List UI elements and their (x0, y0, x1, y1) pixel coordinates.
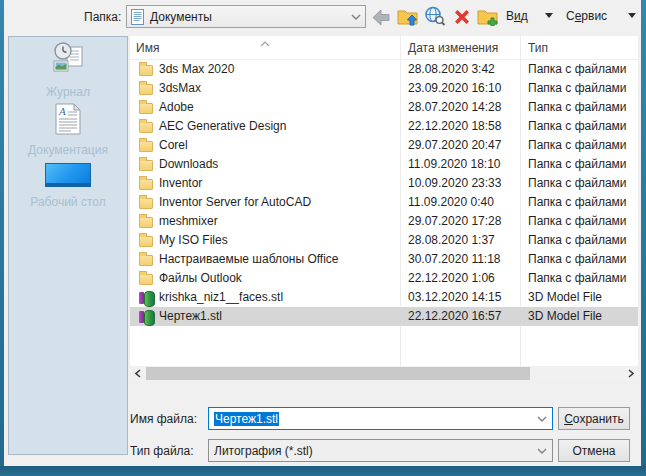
file-type: Папка с файлами (520, 250, 638, 269)
file-type: Папка с файлами (520, 79, 638, 98)
file-name: Настраиваемые шаблоны Office (159, 250, 339, 269)
desktop-icon (45, 163, 91, 187)
sidebar-item-history[interactable] (9, 41, 127, 75)
file-type: Папка с файлами (520, 212, 638, 231)
file-row[interactable]: AEC Generative Design 22.12.2020 18:58 П… (130, 117, 638, 136)
file-date: 30.07.2020 11:18 (400, 250, 520, 269)
column-header-name[interactable]: Имя (136, 41, 159, 55)
file-list: Имя Дата изменения Тип 3ds Max 2020 28.0… (130, 36, 638, 366)
file-name: meshmixer (159, 212, 218, 231)
cancel-button[interactable]: Отмена (558, 439, 630, 462)
sidebar-item-desktop-label[interactable]: Рабочий стол (9, 195, 127, 209)
file-type: Папка с файлами (520, 117, 638, 136)
view-menu-chevron-icon[interactable] (545, 13, 553, 18)
file-rows: 3ds Max 2020 28.08.2020 3:42 Папка с фай… (130, 60, 638, 326)
scroll-right-arrow[interactable] (623, 366, 638, 381)
file-list-header: Имя Дата изменения Тип (130, 36, 638, 60)
file-row[interactable]: Adobe 28.07.2020 14:28 Папка с файлами (130, 98, 638, 117)
file-row[interactable]: My ISO Files 28.08.2020 1:37 Папка с фай… (130, 231, 638, 250)
sidebar-item-history-label[interactable]: Журнал (9, 85, 127, 99)
file-name: 3ds Max 2020 (159, 60, 234, 79)
file-date: 23.09.2020 16:10 (400, 79, 520, 98)
file-name: Файлы Outlook (159, 269, 242, 288)
file-date: 22.12.2020 16:57 (400, 307, 520, 326)
file-row[interactable]: Настраиваемые шаблоны Office 30.07.2020 … (130, 250, 638, 269)
file-date: 11.09.2020 0:40 (400, 193, 520, 212)
folder-icon (139, 198, 153, 209)
column-header-date[interactable]: Дата изменения (408, 41, 498, 55)
file-name: Чертеж1.stl (159, 307, 222, 326)
delete-icon (453, 9, 471, 26)
file-date: 28.08.2020 1:37 (400, 231, 520, 250)
scroll-left-arrow[interactable] (130, 366, 145, 381)
search-web-button[interactable] (423, 5, 447, 27)
file-row[interactable]: 3dsMax 23.09.2020 16:10 Папка с файлами (130, 79, 638, 98)
folder-icon (139, 179, 153, 190)
folder-icon (139, 255, 153, 266)
file-row[interactable]: Inventor 10.09.2020 23:33 Папка с файлам… (130, 174, 638, 193)
file-type: Папка с файлами (520, 155, 638, 174)
up-folder-icon (397, 6, 419, 26)
horizontal-scrollbar[interactable] (130, 366, 638, 381)
save-button-label: охранить (573, 412, 624, 426)
file-date: 28.07.2020 14:28 (400, 98, 520, 117)
folder-icon (139, 236, 153, 247)
window-border-left (0, 0, 4, 476)
chevron-down-icon[interactable] (537, 448, 547, 454)
column-header-type[interactable]: Тип (528, 41, 548, 55)
file-date: 22.12.2020 1:06 (400, 269, 520, 288)
folder-icon (139, 122, 153, 133)
sidebar-item-documentation[interactable]: A (9, 103, 127, 135)
file-date: 22.12.2020 18:58 (400, 117, 520, 136)
file-type: Папка с файлами (520, 174, 638, 193)
tools-menu-button[interactable]: Сервис (566, 9, 607, 23)
sidebar-item-desktop[interactable] (9, 163, 127, 187)
cancel-button-label: Отмена (572, 444, 615, 458)
tools-menu-label: С (566, 9, 575, 23)
places-sidebar: Журнал A Документация Рабочий стол (8, 36, 128, 455)
filename-label: Имя файла: (130, 412, 197, 426)
documentation-icon: A (55, 103, 81, 135)
folder-icon (139, 217, 153, 228)
file-row[interactable]: Corel 29.07.2020 20:47 Папка с файлами (130, 136, 638, 155)
scrollbar-thumb[interactable] (146, 367, 530, 380)
svg-text:A: A (58, 105, 66, 117)
file-date: 03.12.2020 14:15 (400, 288, 520, 307)
filename-input[interactable]: Чертеж1.stl (208, 407, 553, 430)
folder-icon (139, 103, 153, 114)
file-name: Downloads (159, 155, 218, 174)
document-icon (131, 9, 144, 25)
file-date: 29.07.2020 20:47 (400, 136, 520, 155)
back-button[interactable] (370, 6, 394, 28)
file-date: 28.08.2020 3:42 (400, 60, 520, 79)
3d-model-icon (139, 310, 153, 324)
file-row[interactable]: meshmixer 29.07.2020 17:28 Папка с файла… (130, 212, 638, 231)
file-row[interactable]: Downloads 11.09.2020 18:10 Папка с файла… (130, 155, 638, 174)
view-menu-button[interactable]: Вид (506, 9, 528, 23)
filetype-label: Тип файла: (130, 444, 194, 458)
filetype-value: Литография (*.stl) (214, 444, 313, 458)
file-type: Папка с файлами (520, 269, 638, 288)
save-button[interactable]: Сохранить (558, 407, 630, 430)
file-row[interactable]: krishka_niz1__faces.stl 03.12.2020 14:15… (130, 288, 638, 307)
folder-combobox-value: Документы (150, 10, 212, 24)
sidebar-item-documentation-label[interactable]: Документация (9, 143, 127, 157)
window-border-right (641, 0, 646, 476)
file-type: Папка с файлами (520, 193, 638, 212)
filetype-dropdown[interactable]: Литография (*.stl) (208, 439, 553, 462)
new-folder-button[interactable] (476, 5, 500, 27)
file-date: 11.09.2020 18:10 (400, 155, 520, 174)
file-row[interactable]: 3ds Max 2020 28.08.2020 3:42 Папка с фай… (130, 60, 638, 79)
up-one-level-button[interactable] (396, 5, 420, 27)
web-search-icon (424, 6, 446, 26)
tools-menu-chevron-icon[interactable] (628, 13, 636, 18)
file-row[interactable]: Inventor Server for AutoCAD 11.09.2020 0… (130, 193, 638, 212)
file-row[interactable]: Файлы Outlook 22.12.2020 1:06 Папка с фа… (130, 269, 638, 288)
delete-button[interactable] (450, 6, 474, 28)
folder-combobox[interactable]: Документы (126, 5, 366, 28)
file-date: 10.09.2020 23:33 (400, 174, 520, 193)
chevron-down-icon[interactable] (351, 14, 361, 20)
chevron-down-icon[interactable] (537, 416, 547, 422)
file-row-selected[interactable]: Чертеж1.stl 22.12.2020 16:57 3D Model Fi… (130, 307, 638, 326)
save-file-dialog: Папка: Документы Вид Серви (0, 0, 646, 476)
